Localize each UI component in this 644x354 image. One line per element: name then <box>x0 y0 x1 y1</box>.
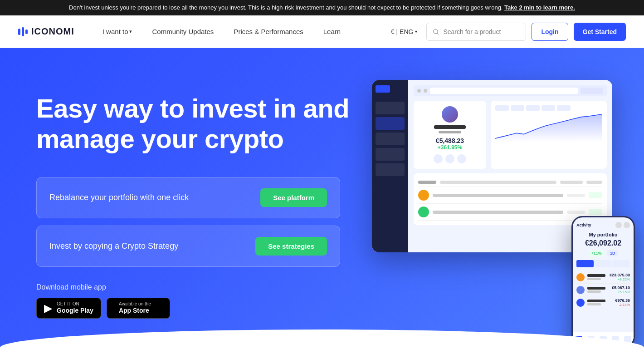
ethereum-info <box>587 287 609 293</box>
hero-section: Easy way to invest in and manage your cr… <box>0 48 644 354</box>
chart-svg <box>495 113 602 142</box>
laptop-nav-right <box>581 88 603 94</box>
laptop-sidebar-item-4 <box>376 148 405 161</box>
nav-item-community-updates[interactable]: Community Updates <box>142 15 224 48</box>
bitcoin-sub <box>587 278 601 280</box>
bitcoin-price: €23,075.30 <box>610 273 630 277</box>
get-started-button[interactable]: Get Started <box>574 23 626 41</box>
phone-tabs <box>576 260 630 267</box>
laptop-table-row-1 <box>418 187 602 204</box>
col-head-4 <box>586 181 602 184</box>
warning-text: Don't invest unless you're prepared to l… <box>69 4 503 11</box>
laptop-portfolio-gain: +361.95% <box>419 144 481 151</box>
google-play-badge[interactable]: ▶ GET IT ON Google Play <box>36 298 101 319</box>
phone-coin-investmox: €976.36 -2.14% <box>576 296 630 309</box>
warning-bar: Don't invest unless you're prepared to l… <box>0 0 644 15</box>
nav-item-learn[interactable]: Learn <box>313 15 351 48</box>
laptop-search <box>430 88 578 94</box>
laptop-dot-1 <box>417 89 421 93</box>
phone-topbar: Activity <box>576 222 630 228</box>
warning-link[interactable]: Take 2 min to learn more. <box>504 4 575 11</box>
nav-right: € | ENG ▾ Login Get Started <box>387 23 626 41</box>
navbar: ICONOMI I want to Community Updates Pric… <box>0 15 644 48</box>
phone-icon-2 <box>624 222 630 228</box>
laptop-table-header <box>418 178 602 187</box>
ethereum-price: €5,067.10 <box>612 285 630 290</box>
nav-item-i-want-to[interactable]: I want to <box>93 15 142 48</box>
laptop-topbar <box>414 85 607 96</box>
laptop-chart <box>495 113 602 150</box>
investmox-icon <box>576 299 585 307</box>
google-play-text: GET IT ON Google Play <box>57 302 93 315</box>
bitcoin-val: €23,075.30 +8.22% <box>610 273 630 281</box>
hero-cards: Rebalance your portfolio with one click … <box>36 177 340 267</box>
hero-card-rebalance: Rebalance your portfolio with one click … <box>36 177 340 218</box>
laptop-sidebar-item-5 <box>376 163 405 176</box>
bitcoin-name <box>587 274 605 277</box>
investmox-price: €976.36 <box>615 298 630 303</box>
logo-icon <box>18 27 28 36</box>
bitcoin-icon <box>576 273 585 281</box>
row1-name <box>433 194 563 197</box>
chip-3 <box>526 105 540 111</box>
app-store-badge[interactable]: Available on the App Store <box>107 298 170 319</box>
investmox-change: -2.14% <box>615 303 630 307</box>
chip-1 <box>495 105 509 111</box>
row2-val <box>567 211 585 214</box>
row1-badge <box>589 192 602 198</box>
google-play-icon: ▶ <box>44 303 52 314</box>
phone-topbar-icons <box>615 222 630 228</box>
ethereum-icon <box>576 286 585 294</box>
logo-bar-2 <box>22 27 24 36</box>
see-strategies-button[interactable]: See strategies <box>255 237 327 256</box>
chevron-down-icon: ▾ <box>415 29 417 34</box>
laptop-action-3 <box>457 154 466 163</box>
row2-badge <box>589 209 602 215</box>
see-platform-button[interactable]: See platform <box>260 188 327 207</box>
app-store-text: Available on the App Store <box>119 302 151 315</box>
search-input[interactable] <box>443 28 522 35</box>
row1-val <box>567 194 585 197</box>
laptop-table-row-2 <box>418 204 602 221</box>
phone-icon-1 <box>615 222 622 228</box>
investmox-info <box>587 300 612 305</box>
search-box <box>426 23 526 41</box>
ethereum-name <box>587 287 605 290</box>
phone-screen: Activity My portfolio €26,092.02 +11% 1D <box>573 217 634 346</box>
logo[interactable]: ICONOMI <box>18 26 74 37</box>
svg-line-1 <box>438 33 439 34</box>
nav-item-prices-performances[interactable]: Prices & Performances <box>224 15 313 48</box>
search-icon <box>432 28 439 35</box>
app-store-name: App Store <box>119 306 151 315</box>
row2-avatar <box>418 206 429 217</box>
hero-content: Easy way to invest in and manage your cr… <box>36 84 354 319</box>
laptop-portfolio-value: €5,488.23 <box>419 137 481 144</box>
app-store-sub: Available on the <box>119 302 151 306</box>
laptop-chart-card <box>491 101 607 169</box>
currency-selector[interactable]: € | ENG ▾ <box>387 23 421 41</box>
login-button[interactable]: Login <box>532 23 568 41</box>
phone-period-badge: 1D <box>607 250 618 256</box>
currency-text: € | ENG <box>391 28 414 35</box>
investmox-val: €976.36 -2.14% <box>615 298 630 307</box>
phone-tab-favourites[interactable] <box>613 260 630 267</box>
laptop-username <box>434 125 466 129</box>
phone-tab-smart-rules[interactable] <box>595 260 612 267</box>
chip-5 <box>557 105 571 111</box>
laptop-action-1 <box>434 154 443 163</box>
phone-tab-my-main[interactable] <box>576 260 594 267</box>
hero-card-rebalance-text: Rebalance your portfolio with one click <box>49 193 189 202</box>
nav-links: I want to Community Updates Prices & Per… <box>93 15 387 48</box>
col-head-1 <box>418 181 436 184</box>
logo-bar-1 <box>18 29 20 35</box>
logo-text: ICONOMI <box>31 26 74 37</box>
download-section: Download mobile app ▶ GET IT ON Google P… <box>36 283 354 319</box>
bitcoin-change: +8.22% <box>610 277 630 281</box>
laptop-profile-card: €5,488.23 +361.95% <box>414 101 486 169</box>
store-badges: ▶ GET IT ON Google Play Available on the… <box>36 298 354 319</box>
laptop-sidebar-item-2 <box>376 117 405 130</box>
phone-mockup: Activity My portfolio €26,092.02 +11% 1D <box>571 216 635 348</box>
laptop-sidebar <box>372 80 408 252</box>
download-label: Download mobile app <box>36 283 354 291</box>
phone-coin-ethereum: €5,067.10 +5.15% <box>576 284 630 296</box>
